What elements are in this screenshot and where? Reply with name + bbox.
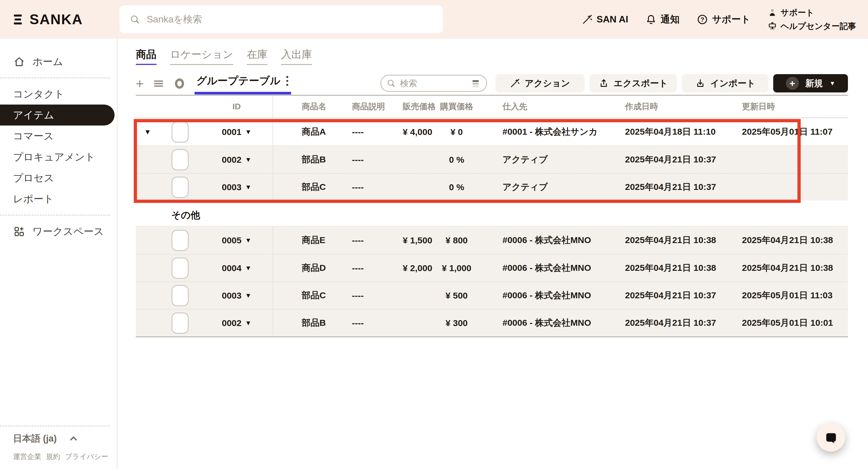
sidebar-item-process[interactable]: プロセス [0,168,117,188]
cell-product-name: 部品C [273,289,352,301]
header-sale-price[interactable]: 販売価格 [403,101,435,112]
header-buy-price[interactable]: 購買価格 [435,101,478,112]
table-search-input[interactable] [400,79,462,88]
row-checkbox[interactable] [172,285,189,306]
id-dropdown-icon[interactable]: ▼ [245,264,252,272]
sidebar-item-contacts[interactable]: コンタクト [0,84,117,105]
id-dropdown-icon[interactable]: ▼ [245,183,252,191]
search-icon [386,79,396,88]
header-updated[interactable]: 更新日時 [742,101,848,112]
app-logo[interactable]: SANKA [12,11,113,27]
filter-icon[interactable] [470,78,481,89]
support-links-stack: サポート ヘルプセンター記事 [768,7,856,32]
link-company[interactable]: 運営企業 [13,452,41,461]
chevron-up-icon [68,434,79,444]
cell-created: 2025年04月18日 11:10 [625,126,742,138]
table-header-row: ID 商品名 商品説明 販売価格 購買価格 仕入先 作成日時 更新日時 [136,96,848,118]
actions-button-label: アクション [525,77,570,89]
main-content: 商品 ロケーション 在庫 入出庫 + グループテーブル [118,39,868,469]
export-button[interactable]: エクスポート [590,74,677,92]
tab-inventory[interactable]: 在庫 [247,48,268,65]
cell-product-name: 商品D [273,262,352,274]
row-checkbox[interactable] [172,258,189,279]
sidebar-item-commerce[interactable]: コマース [0,125,117,146]
cell-id: 0003 ▼ [201,174,273,201]
row-checkbox[interactable] [172,230,189,251]
sidebar-item-reports[interactable]: レポート [0,188,117,209]
sidebar-item-home[interactable]: ホーム [0,51,117,72]
sidebar-divider [0,77,111,78]
cell-buy-price: ¥ 300 [435,318,478,328]
tab-products[interactable]: 商品 [136,48,156,65]
cell-product-name: 部品B [273,317,352,329]
view-name-label: グループテーブル [196,74,280,88]
sidebar-item-procurement[interactable]: プロキュアメント [0,146,117,168]
cell-supplier: #0006 - 株式会社MNO [478,289,625,301]
id-dropdown-icon[interactable]: ▼ [245,319,252,327]
import-button[interactable]: インポート [682,74,769,92]
header-supplier[interactable]: 仕入先 [478,101,625,112]
actions-button[interactable]: アクション [495,74,585,92]
language-selector[interactable]: 日本語 (ja) [0,432,117,445]
tab-in-out[interactable]: 入出庫 [281,48,312,65]
import-button-label: インポート [710,77,755,89]
sidebar-item-workspace[interactable]: ワークスペース [0,221,117,242]
global-search-input[interactable] [147,14,433,25]
id-dropdown-icon[interactable]: ▼ [245,128,252,136]
cell-updated: 2025年05月01日 11:07 [742,126,848,138]
home-icon [13,56,25,68]
header-description[interactable]: 商品説明 [352,101,403,112]
nav-support-link[interactable]: サポート [768,7,856,18]
export-icon [598,78,609,89]
table-row[interactable]: ▼ 0004 ▼ 商品D ---- ¥ 2,000 ¥ 1,000 #0006 … [136,254,848,282]
global-search[interactable] [120,5,443,33]
circle-view-icon[interactable] [173,77,186,90]
language-label: 日本語 (ja) [13,432,57,445]
table-search[interactable] [380,75,487,92]
link-terms[interactable]: 規約 [46,452,60,461]
table-row[interactable]: ▼ 0002 ▼ 部品B ---- ¥ 300 #0006 - 株式会社MNO … [136,309,848,336]
header-id[interactable]: ID [201,96,273,118]
nav-notifications[interactable]: 通知 [645,13,680,26]
id-dropdown-icon[interactable]: ▼ [245,237,252,244]
expand-caret-icon[interactable]: ▼ [144,128,151,136]
link-privacy[interactable]: プライバシー [65,452,108,461]
table-row[interactable]: ▼ 0001 ▼ 商品A ---- ¥ 4,000 ¥ 0 #0001 - 株式… [136,118,848,146]
cell-id: 0002 ▼ [201,146,273,173]
list-view-icon[interactable] [153,78,164,89]
header-created[interactable]: 作成日時 [625,101,742,112]
kebab-menu-icon[interactable] [285,75,289,87]
cell-description: ---- [352,155,403,165]
row-checkbox[interactable] [172,177,189,198]
row-checkbox[interactable] [172,313,189,334]
table-row[interactable]: ▼ 0002 ▼ 部品B ---- 0 % アクティブ 2025年04月21日 … [136,146,848,173]
table-row[interactable]: ▼ 0005 ▼ 商品E ---- ¥ 1,500 ¥ 800 #0006 - … [136,227,848,254]
table-row[interactable]: ▼ 0003 ▼ 部品C ---- 0 % アクティブ 2025年04月21日 … [136,173,848,201]
table-row[interactable]: ▼ 0003 ▼ 部品C ---- ¥ 500 #0006 - 株式会社MNO … [136,282,848,309]
cell-description: ---- [352,235,403,245]
cell-id: 0002 ▼ [201,310,273,336]
cell-updated: 2025年05月01日 11:03 [742,289,848,301]
new-button[interactable]: + 新規 ▼ [773,74,848,92]
row-checkbox-cell [159,149,201,170]
sidebar-item-items[interactable]: アイテム [0,105,115,125]
row-checkbox[interactable] [172,149,189,170]
header-product-name[interactable]: 商品名 [273,101,352,112]
cell-buy-price: ¥ 800 [435,235,478,245]
id-dropdown-icon[interactable]: ▼ [245,292,252,299]
nav-support-link-label: サポート [781,7,814,18]
tab-locations[interactable]: ロケーション [170,48,233,65]
chat-button[interactable] [817,423,845,451]
sidebar-item-home-label: ホーム [32,55,63,68]
nav-notifications-label: 通知 [661,13,680,26]
table-group-2: ▼ 0005 ▼ 商品E ---- ¥ 1,500 ¥ 800 #0006 - … [136,226,848,337]
nav-san-ai[interactable]: SAN AI [582,14,628,25]
row-checkbox[interactable] [172,121,189,143]
add-view-button[interactable]: + [136,77,144,90]
row-checkbox-cell [159,285,201,306]
nav-support[interactable]: ? サポート [697,13,750,26]
active-view-tab[interactable]: グループテーブル [194,72,291,94]
nav-help-center[interactable]: ヘルプセンター記事 [768,21,856,32]
id-dropdown-icon[interactable]: ▼ [245,156,252,164]
items-table: ID 商品名 商品説明 販売価格 購買価格 仕入先 作成日時 更新日時 ▼ 00… [136,95,848,337]
